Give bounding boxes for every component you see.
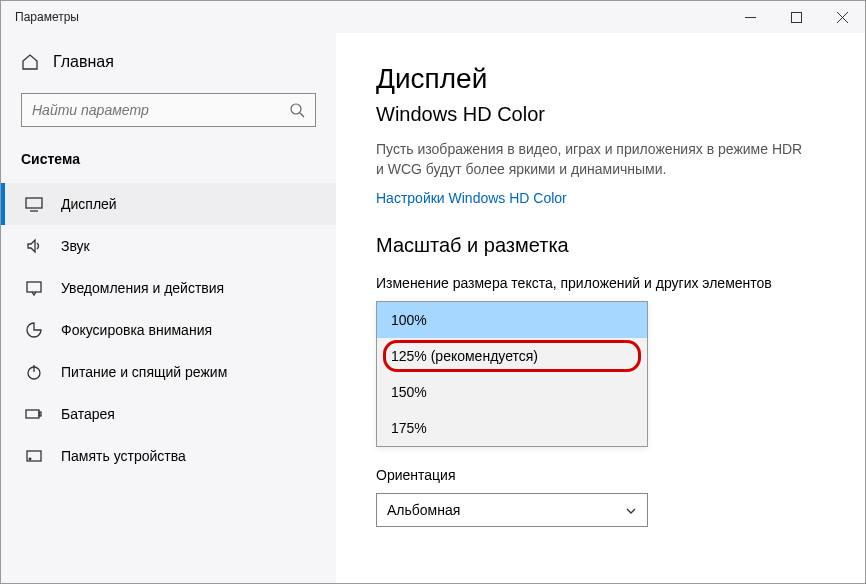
battery-icon <box>25 405 43 423</box>
sidebar-item-label: Фокусировка внимания <box>61 322 212 338</box>
power-icon <box>25 363 43 381</box>
sidebar: Главная Система Дисплей Звук Уведомления… <box>1 33 336 583</box>
svg-rect-11 <box>26 410 39 418</box>
svg-point-4 <box>291 104 301 114</box>
focus-icon <box>25 321 43 339</box>
sidebar-item-label: Память устройства <box>61 448 186 464</box>
home-icon <box>21 53 39 71</box>
storage-icon <box>25 447 43 465</box>
svg-point-14 <box>29 458 31 460</box>
orientation-label: Ориентация <box>376 467 825 483</box>
sound-icon <box>25 237 43 255</box>
orientation-dropdown[interactable]: Альбомная <box>376 493 648 527</box>
sidebar-item-display[interactable]: Дисплей <box>1 183 336 225</box>
home-link[interactable]: Главная <box>1 33 336 71</box>
display-icon <box>25 195 43 213</box>
notifications-icon <box>25 279 43 297</box>
svg-rect-8 <box>27 282 41 292</box>
sidebar-item-label: Питание и спящий режим <box>61 364 227 380</box>
main-content: Дисплей Windows HD Color Пусть изображен… <box>336 33 865 583</box>
scale-option-125[interactable]: 125% (рекомендуется) <box>377 338 647 374</box>
sidebar-item-sound[interactable]: Звук <box>1 225 336 267</box>
home-label: Главная <box>53 53 114 71</box>
close-button[interactable] <box>819 1 865 33</box>
sidebar-item-power[interactable]: Питание и спящий режим <box>1 351 336 393</box>
window-title: Параметры <box>15 10 727 24</box>
maximize-button[interactable] <box>773 1 819 33</box>
scale-dropdown[interactable]: 100% 125% (рекомендуется) 150% 175% <box>376 301 648 447</box>
sidebar-item-storage[interactable]: Память устройства <box>1 435 336 477</box>
sidebar-item-focus[interactable]: Фокусировка внимания <box>1 309 336 351</box>
hd-color-title: Windows HD Color <box>376 103 825 126</box>
sidebar-item-label: Уведомления и действия <box>61 280 224 296</box>
section-label: Система <box>1 151 336 183</box>
scale-option-175[interactable]: 175% <box>377 410 647 446</box>
search-input[interactable] <box>32 102 289 118</box>
sidebar-item-label: Звук <box>61 238 90 254</box>
svg-rect-6 <box>26 198 42 208</box>
sidebar-item-label: Дисплей <box>61 196 117 212</box>
svg-rect-12 <box>39 412 41 416</box>
hd-color-description: Пусть изображения в видео, играх и прило… <box>376 140 806 179</box>
sidebar-item-notifications[interactable]: Уведомления и действия <box>1 267 336 309</box>
scale-section-title: Масштаб и разметка <box>376 234 825 257</box>
orientation-value: Альбомная <box>387 502 460 518</box>
scale-option-150[interactable]: 150% <box>377 374 647 410</box>
svg-rect-1 <box>791 12 801 22</box>
page-title: Дисплей <box>376 63 825 95</box>
scale-field-label: Изменение размера текста, приложений и д… <box>376 275 825 291</box>
titlebar: Параметры <box>1 1 865 33</box>
chevron-down-icon <box>625 504 637 516</box>
search-box[interactable] <box>21 93 316 127</box>
sidebar-item-label: Батарея <box>61 406 115 422</box>
hd-color-settings-link[interactable]: Настройки Windows HD Color <box>376 190 567 206</box>
svg-line-5 <box>300 113 304 117</box>
search-icon <box>289 102 305 118</box>
sidebar-item-battery[interactable]: Батарея <box>1 393 336 435</box>
scale-option-100[interactable]: 100% <box>377 302 647 338</box>
minimize-button[interactable] <box>727 1 773 33</box>
